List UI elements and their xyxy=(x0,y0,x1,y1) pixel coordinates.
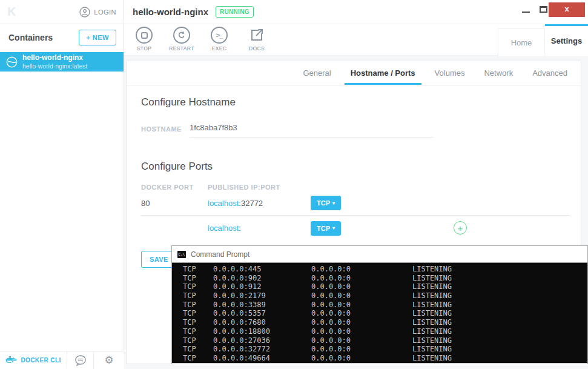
terminal-state: LISTENING xyxy=(412,265,452,274)
terminal-foreign-address: 0.0.0.0:0 xyxy=(311,265,412,274)
terminal-state: LISTENING xyxy=(412,282,452,291)
subtab-general[interactable]: General xyxy=(297,61,337,85)
terminal-row: TCP 0.0.0.0:32772 0.0.0.0:0 LISTENING xyxy=(183,345,587,354)
terminal-local-address: 0.0.0.0:3389 xyxy=(213,301,311,310)
restart-button[interactable]: RESTART xyxy=(168,27,196,52)
port-row-1: 80 localhost:32772 TCP▾ xyxy=(141,191,570,216)
toolbar: STOP RESTART >_ EXEC xyxy=(124,24,588,56)
terminal-protocol: TCP xyxy=(183,291,213,301)
terminal-state: LISTENING xyxy=(412,318,452,327)
terminal-protocol: TCP xyxy=(183,309,213,318)
terminal-row: TCP 0.0.0.0:2179 0.0.0.0:0 LISTENING xyxy=(183,291,587,301)
chevron-down-icon: ▾ xyxy=(332,225,335,231)
hostname-row: HOSTNAME xyxy=(141,123,569,138)
terminal-protocol: TCP xyxy=(183,336,213,345)
new-container-button[interactable]: + NEW xyxy=(79,30,116,45)
command-prompt-titlebar[interactable]: C:\ Command Prompt xyxy=(172,246,587,262)
settings-gear-button[interactable]: ⚙ xyxy=(94,351,124,369)
terminal-row: TCP 0.0.0.0:49664 0.0.0.0:0 LISTENING xyxy=(183,354,587,363)
status-badge: RUNNING xyxy=(216,6,254,18)
chevron-down-icon: ▾ xyxy=(332,201,335,206)
terminal-protocol: TCP xyxy=(183,301,213,310)
protocol-dropdown-1[interactable]: TCP▾ xyxy=(311,196,341,210)
published-address-1: localhost:32772 xyxy=(208,199,311,208)
sidebar-header: K LOGIN xyxy=(0,0,124,24)
terminal-foreign-address: 0.0.0.0:0 xyxy=(311,318,412,327)
containers-header-row: Containers + NEW xyxy=(0,24,124,51)
login-label: LOGIN xyxy=(94,8,116,16)
settings-subtabs: General Hostname / Ports Volumes Network… xyxy=(127,61,581,85)
container-image: hello-world-nginx:latest xyxy=(22,62,87,70)
container-name: hello-world-nginx xyxy=(22,54,87,62)
terminal-local-address: 0.0.0.0:902 xyxy=(213,274,311,283)
hostname-input[interactable] xyxy=(190,123,434,138)
terminal-state: LISTENING xyxy=(412,274,452,283)
subtab-network[interactable]: Network xyxy=(478,61,519,85)
terminal-state: LISTENING xyxy=(412,301,452,310)
terminal-row: TCP 0.0.0.0:3389 0.0.0.0:0 LISTENING xyxy=(183,301,587,310)
terminal-foreign-address: 0.0.0.0:0 xyxy=(311,327,412,336)
terminal-row: TCP 0.0.0.0:902 0.0.0.0:0 LISTENING xyxy=(183,274,587,283)
exec-label: EXEC xyxy=(205,45,233,52)
docs-label: DOCS xyxy=(243,45,271,52)
ports-table-header: DOCKER PORT PUBLISHED IP:PORT xyxy=(141,184,569,191)
kitematic-logo: K xyxy=(7,5,16,19)
docs-button[interactable]: DOCS xyxy=(243,27,271,52)
close-button[interactable]: x xyxy=(549,2,585,17)
terminal-local-address: 0.0.0.0:2179 xyxy=(213,291,311,301)
feedback-button[interactable] xyxy=(67,351,94,369)
port-row-2: localhost: TCP▾ + xyxy=(141,216,570,241)
subtab-volumes[interactable]: Volumes xyxy=(429,61,471,85)
localhost-link-2[interactable]: localhost xyxy=(208,224,239,233)
configure-hostname-heading: Configure Hostname xyxy=(141,96,569,108)
terminal-foreign-address: 0.0.0.0:0 xyxy=(311,274,412,283)
containers-title: Containers xyxy=(8,33,53,42)
terminal-protocol: TCP xyxy=(183,354,213,363)
window-titlebar: hello-world-nginx RUNNING x xyxy=(124,0,588,24)
minimize-button[interactable] xyxy=(522,12,530,13)
terminal-foreign-address: 0.0.0.0:0 xyxy=(311,282,412,291)
published-ip-port-column-header: PUBLISHED IP:PORT xyxy=(208,184,280,191)
stop-button[interactable]: STOP xyxy=(130,27,158,52)
subtab-hostname-ports[interactable]: Hostname / Ports xyxy=(345,61,421,85)
configure-ports-heading: Configure Ports xyxy=(141,161,569,173)
terminal-local-address: 0.0.0.0:18800 xyxy=(213,327,311,336)
terminal-row: TCP 0.0.0.0:5357 0.0.0.0:0 LISTENING xyxy=(183,309,587,318)
terminal-row: TCP 0.0.0.0:27036 0.0.0.0:0 LISTENING xyxy=(183,336,587,345)
subtab-advanced[interactable]: Advanced xyxy=(526,61,573,85)
chat-bubble-icon xyxy=(74,355,87,366)
add-port-button[interactable]: + xyxy=(454,221,467,234)
exec-button[interactable]: >_ EXEC xyxy=(205,27,233,52)
container-icon xyxy=(6,56,18,68)
terminal-foreign-address: 0.0.0.0:0 xyxy=(311,345,412,354)
login-button[interactable]: LOGIN xyxy=(79,7,116,18)
protocol-dropdown-2[interactable]: TCP▾ xyxy=(311,221,341,236)
terminal-state: LISTENING xyxy=(412,309,452,318)
terminal-protocol: TCP xyxy=(183,345,213,354)
terminal-local-address: 0.0.0.0:27036 xyxy=(213,336,311,345)
command-prompt-title: Command Prompt xyxy=(191,250,249,259)
hostname-label: HOSTNAME xyxy=(141,125,190,138)
tab-home[interactable]: Home xyxy=(498,28,545,56)
localhost-link[interactable]: localhost xyxy=(208,199,239,208)
terminal-protocol: TCP xyxy=(183,318,213,327)
terminal-row: TCP 0.0.0.0:7680 0.0.0.0:0 LISTENING xyxy=(183,318,587,327)
terminal-protocol: TCP xyxy=(183,274,213,283)
terminal-foreign-address: 0.0.0.0:0 xyxy=(311,301,412,310)
sidebar-item-hello-world-nginx[interactable]: hello-world-nginx hello-world-nginx:late… xyxy=(0,52,124,71)
terminal-local-address: 0.0.0.0:7680 xyxy=(213,318,311,327)
terminal-foreign-address: 0.0.0.0:0 xyxy=(311,291,412,301)
published-port-value: 32772 xyxy=(241,199,263,208)
docker-cli-button[interactable]: DOCKER CLI xyxy=(0,351,67,369)
docker-cli-label: DOCKER CLI xyxy=(21,357,61,364)
terminal-protocol: TCP xyxy=(183,282,213,291)
terminal-foreign-address: 0.0.0.0:0 xyxy=(311,354,412,363)
page-title: hello-world-nginx xyxy=(133,7,208,17)
terminal-local-address: 0.0.0.0:445 xyxy=(213,265,311,274)
terminal-state: LISTENING xyxy=(412,354,452,363)
tab-settings[interactable]: Settings xyxy=(545,24,588,56)
maximize-button[interactable] xyxy=(540,6,547,13)
restart-icon xyxy=(173,27,190,44)
sidebar-footer: DOCKER CLI ⚙ xyxy=(0,351,124,369)
terminal-body[interactable]: TCP 0.0.0.0:445 0.0.0.0:0 LISTENING TCP … xyxy=(172,262,587,363)
